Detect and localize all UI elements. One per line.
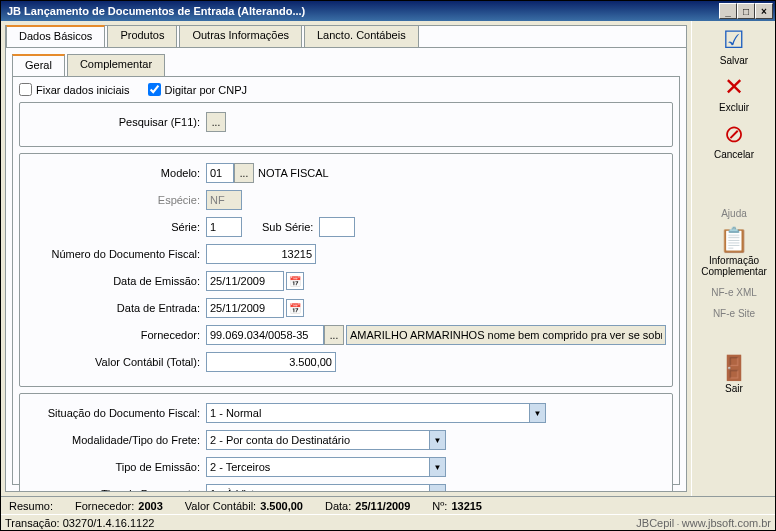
tab-outras-informacoes[interactable]: Outras Informações — [179, 25, 302, 47]
ajuda-button[interactable]: Ajuda — [694, 206, 774, 219]
transacao-text: Transação: 03270/1.4.16.1122 — [5, 517, 154, 529]
delete-icon: ✕ — [694, 74, 774, 100]
modelo-label: Modelo: — [26, 167, 206, 179]
valor-label: Valor Contábil (Total): — [26, 356, 206, 368]
resumo-label: Resumo: — [9, 500, 53, 512]
subtab-complementar[interactable]: Complementar — [67, 54, 165, 76]
modelo-input[interactable] — [206, 163, 234, 183]
summary-num: 13215 — [451, 500, 482, 512]
digitar-cnpj-checkbox[interactable] — [148, 83, 161, 96]
note-icon: 📋 — [694, 227, 774, 253]
tab-produtos[interactable]: Produtos — [107, 25, 177, 47]
summary-data: 25/11/2009 — [355, 500, 410, 512]
pesquisar-label: Pesquisar (F11): — [26, 116, 206, 128]
tipo-emissao-label: Tipo de Emissão: — [26, 461, 206, 473]
maximize-button[interactable]: □ — [737, 3, 755, 19]
numero-input[interactable] — [206, 244, 316, 264]
fixar-label: Fixar dados iniciais — [36, 84, 130, 96]
brand-logo: JBCepil · www.jbsoft.com.br — [636, 517, 771, 529]
emissao-label: Data de Emissão: — [26, 275, 206, 287]
info-complementar-button[interactable]: 📋 Informação Complementar — [694, 227, 774, 277]
cancel-icon: ⊘ — [694, 121, 774, 147]
close-button[interactable]: × — [755, 3, 773, 19]
fornecedor-lookup-button[interactable]: ... — [324, 325, 344, 345]
main-tab-strip: Dados Básicos Produtos Outras Informaçõe… — [6, 25, 686, 47]
tab-lancto-contabeis[interactable]: Lancto. Contábeis — [304, 25, 419, 47]
minimize-button[interactable]: _ — [719, 3, 737, 19]
salvar-button[interactable]: ☑ Salvar — [694, 27, 774, 66]
summary-fornecedor: 2003 — [138, 500, 162, 512]
situacao-select[interactable] — [206, 403, 546, 423]
window-title: JB Lançamento de Documentos de Entrada (… — [3, 5, 719, 17]
exit-icon: 🚪 — [694, 355, 774, 381]
especie-input — [206, 190, 242, 210]
fornecedor-label: Fornecedor: — [26, 329, 206, 341]
nfe-xml-button[interactable]: NF-e XML — [694, 285, 774, 298]
tipo-emissao-select[interactable] — [206, 457, 446, 477]
summary-bar: Resumo: Fornecedor:2003 Valor Contábil:3… — [1, 496, 775, 514]
tipo-pagamento-label: Tipo de Pagamento: — [26, 488, 206, 491]
excluir-button[interactable]: ✕ Excluir — [694, 74, 774, 113]
calendar-icon[interactable]: 📅 — [286, 272, 304, 290]
sair-button[interactable]: 🚪 Sair — [694, 355, 774, 394]
fixar-checkbox[interactable] — [19, 83, 32, 96]
summary-valor: 3.500,00 — [260, 500, 303, 512]
situacao-label: Situação do Documento Fiscal: — [26, 407, 206, 419]
modelo-lookup-button[interactable]: ... — [234, 163, 254, 183]
tipo-pagamento-select[interactable] — [206, 484, 446, 491]
modelo-desc: NOTA FISCAL — [258, 167, 329, 179]
content-area: Dados Básicos Produtos Outras Informaçõe… — [1, 21, 691, 496]
calendar-icon[interactable]: 📅 — [286, 299, 304, 317]
serie-label: Série: — [26, 221, 206, 233]
titlebar: JB Lançamento de Documentos de Entrada (… — [1, 1, 775, 21]
emissao-input[interactable] — [206, 271, 284, 291]
subserie-input[interactable] — [319, 217, 355, 237]
fornecedor-desc — [346, 325, 666, 345]
subtab-geral[interactable]: Geral — [12, 54, 65, 76]
nfe-site-button[interactable]: NF-e Site — [694, 306, 774, 319]
subserie-label: Sub Série: — [262, 221, 313, 233]
check-icon: ☑ — [694, 27, 774, 53]
numero-label: Número do Documento Fiscal: — [26, 248, 206, 260]
entrada-input[interactable] — [206, 298, 284, 318]
sub-tab-strip: Geral Complementar — [12, 54, 680, 76]
pesquisar-button[interactable]: ... — [206, 112, 226, 132]
entrada-label: Data de Entrada: — [26, 302, 206, 314]
sidebar: ☑ Salvar ✕ Excluir ⊘ Cancelar Ajuda 📋 In… — [691, 21, 776, 496]
fornecedor-input[interactable] — [206, 325, 324, 345]
status-bar: Transação: 03270/1.4.16.1122 JBCepil · w… — [1, 514, 775, 530]
tab-dados-basicos[interactable]: Dados Básicos — [6, 25, 105, 47]
especie-label: Espécie: — [26, 194, 206, 206]
frete-select[interactable] — [206, 430, 446, 450]
frete-label: Modalidade/Tipo do Frete: — [26, 434, 206, 446]
serie-input[interactable] — [206, 217, 242, 237]
cancelar-button[interactable]: ⊘ Cancelar — [694, 121, 774, 160]
valor-input[interactable] — [206, 352, 336, 372]
digitar-cnpj-label: Digitar por CNPJ — [165, 84, 248, 96]
